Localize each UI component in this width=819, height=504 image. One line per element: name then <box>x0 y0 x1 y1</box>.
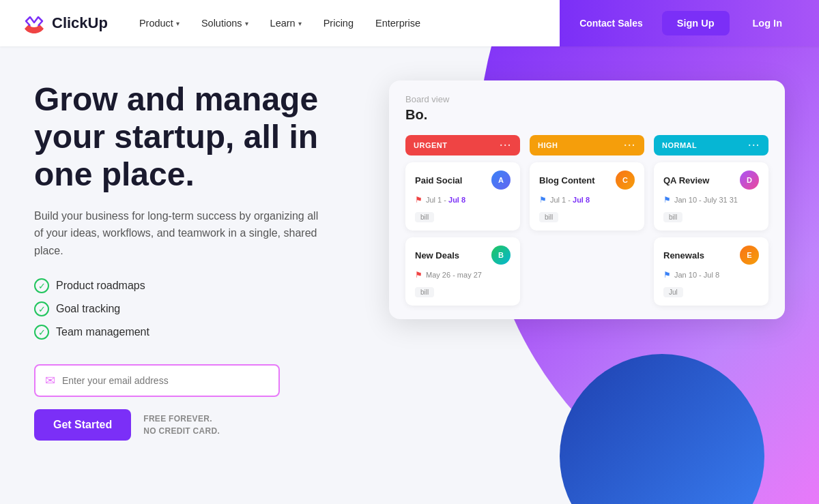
hero-left: Grow and manage your startup, all in one… <box>34 80 362 441</box>
task-card-new-deals: New Deals B ⚑ May 26 - may 27 bill <box>405 237 520 306</box>
hero-subheadline: Build your business for long-term succes… <box>34 207 321 260</box>
checkmark-icon-3: ✓ <box>34 325 49 340</box>
get-started-button[interactable]: Get Started <box>34 409 131 441</box>
task-date: ⚑ Jan 10 - Jul 8 <box>663 270 759 280</box>
email-icon: ✉ <box>45 373 55 388</box>
main-content: Grow and manage your startup, all in one… <box>0 46 819 461</box>
board-view-label: Board view <box>405 94 768 104</box>
task-title: Blog Content C <box>539 171 635 190</box>
login-button[interactable]: Log In <box>738 11 798 35</box>
feature-item-2: ✓ Goal tracking <box>34 301 362 316</box>
hero-headline: Grow and manage your startup, all in one… <box>34 80 362 194</box>
nav-pricing[interactable]: Pricing <box>314 12 363 34</box>
feature-item-3: ✓ Team management <box>34 325 362 340</box>
task-title: New Deals B <box>415 246 511 265</box>
task-date: ⚑ Jul 1 - Jul 8 <box>539 195 635 205</box>
hero-right: Board view Bo. URGENT ··· Paid Social A <box>389 80 785 387</box>
chevron-down-icon: ▾ <box>176 20 179 27</box>
nav-links: Product ▾ Solutions ▾ Learn ▾ Pricing En… <box>130 12 569 34</box>
col-header-normal: NORMAL ··· <box>654 135 768 155</box>
logo-text: ClickUp <box>52 14 108 32</box>
task-card-paid-social: Paid Social A ⚑ Jul 1 - Jul 8 bill <box>405 162 520 231</box>
logo[interactable]: ClickUp <box>22 11 108 35</box>
task-tag: Jul <box>663 287 683 297</box>
logo-icon <box>22 11 46 35</box>
col-header-urgent: URGENT ··· <box>405 135 520 155</box>
task-date: ⚑ May 26 - may 27 <box>415 270 511 280</box>
feature-item-1: ✓ Product roadmaps <box>34 278 362 293</box>
flag-icon: ⚑ <box>663 270 671 280</box>
task-tag: bill <box>539 212 558 222</box>
chevron-down-icon: ▾ <box>245 20 248 27</box>
task-title: Renewals E <box>663 246 759 265</box>
task-avatar: E <box>740 246 759 265</box>
task-card-blog-content: Blog Content C ⚑ Jul 1 - Jul 8 bill <box>530 162 644 231</box>
nav-product[interactable]: Product ▾ <box>130 12 189 34</box>
col-options-icon[interactable]: ··· <box>500 140 512 151</box>
nav-solutions[interactable]: Solutions ▾ <box>192 12 258 34</box>
board-columns: URGENT ··· Paid Social A ⚑ Jul 1 - Jul 8 <box>405 135 768 306</box>
contact-sales-button[interactable]: Contact Sales <box>569 12 654 34</box>
nav-enterprise[interactable]: Enterprise <box>366 12 430 34</box>
task-title: Paid Social A <box>415 171 511 190</box>
col-options-icon[interactable]: ··· <box>624 140 636 151</box>
flag-icon: ⚑ <box>539 195 547 205</box>
navbar: ClickUp Product ▾ Solutions ▾ Learn ▾ Pr… <box>0 0 819 46</box>
board-col-normal: NORMAL ··· QA Review D ⚑ Jan 10 - July 3… <box>654 135 768 306</box>
board-view-card: Board view Bo. URGENT ··· Paid Social A <box>389 80 785 319</box>
free-text: FREE FOREVER. NO CREDIT CARD. <box>143 413 220 437</box>
nav-learn[interactable]: Learn ▾ <box>261 12 311 34</box>
email-input[interactable] <box>62 370 269 391</box>
signup-button[interactable]: Sign Up <box>662 11 730 35</box>
task-tag: bill <box>415 212 434 222</box>
feature-list: ✓ Product roadmaps ✓ Goal tracking ✓ Tea… <box>34 278 362 340</box>
task-tag: bill <box>663 212 682 222</box>
flag-icon: ⚑ <box>415 270 422 280</box>
flag-icon: ⚑ <box>663 195 671 205</box>
task-avatar: B <box>491 246 511 265</box>
board-col-high: HIGH ··· Blog Content C ⚑ Jul 1 - Jul 8 <box>530 135 644 306</box>
checkmark-icon-1: ✓ <box>34 278 49 293</box>
flag-icon: ⚑ <box>415 195 422 205</box>
task-date: ⚑ Jul 1 - Jul 8 <box>415 195 511 205</box>
task-tag: bill <box>415 287 434 297</box>
task-date: ⚑ Jan 10 - July 31 31 <box>663 195 759 205</box>
col-header-high: HIGH ··· <box>530 135 644 155</box>
task-card-renewals: Renewals E ⚑ Jan 10 - Jul 8 Jul <box>654 237 768 306</box>
chevron-down-icon: ▾ <box>298 20 302 27</box>
task-title: QA Review D <box>663 171 759 190</box>
checkmark-icon-2: ✓ <box>34 301 49 316</box>
email-input-row: ✉ <box>34 364 280 397</box>
nav-actions: Contact Sales Sign Up Log In <box>569 11 797 35</box>
board-title: Bo. <box>405 107 768 123</box>
board-col-urgent: URGENT ··· Paid Social A ⚑ Jul 1 - Jul 8 <box>405 135 520 306</box>
task-avatar: C <box>616 171 635 190</box>
task-avatar: A <box>491 171 511 190</box>
task-card-qa-review: QA Review D ⚑ Jan 10 - July 31 31 bill <box>654 162 768 231</box>
cta-row: Get Started FREE FOREVER. NO CREDIT CARD… <box>34 409 362 441</box>
col-options-icon[interactable]: ··· <box>748 140 760 151</box>
task-avatar: D <box>740 171 759 190</box>
